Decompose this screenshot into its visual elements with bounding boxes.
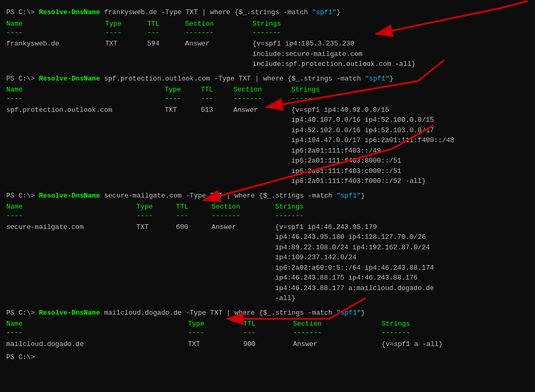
matchval-4: "spf1" <box>336 309 361 317</box>
div-name-2: ---- <box>6 94 165 105</box>
col-ttl-2: TTL <box>201 86 233 94</box>
prompt-1: PS C:\> <box>6 8 39 16</box>
div-type-1: ---- <box>105 28 147 39</box>
cell-ttl-1: 594 <box>147 39 185 70</box>
col-strings-4: Strings <box>381 320 529 328</box>
closebrace-4: } <box>361 309 365 317</box>
cmdname-3: Resolve-DnsName <box>39 192 100 200</box>
div-name-1: ---- <box>6 28 105 39</box>
col-ttl-1: TTL <box>147 20 185 28</box>
cell-strings-1: {v=spf1 ip4:185.3.235.230 include:secure… <box>252 39 529 70</box>
command-line-1: PS C:\> Resolve-DnsName frankysweb.de -T… <box>6 7 529 18</box>
col-name-4: Name <box>6 320 188 328</box>
col-section-3: Section <box>212 203 275 211</box>
col-strings-2: Strings <box>292 86 529 94</box>
col-strings-3: Strings <box>275 203 529 211</box>
col-section-2: Section <box>234 86 292 94</box>
col-type-2: Type <box>165 86 201 94</box>
col-type-3: Type <box>136 203 176 211</box>
prompt-3: PS C:\> <box>6 192 39 200</box>
domain-2: spf.protection.outlook.com <box>100 75 214 83</box>
div-section-2: ------- <box>234 94 292 105</box>
div-type-2: ---- <box>165 94 201 105</box>
cell-name-2: spf.protection.outlook.com <box>6 105 165 187</box>
cell-type-3: TXT <box>136 222 176 304</box>
cmdname-2: Resolve-DnsName <box>39 75 100 83</box>
table-row: secure-mailgate.com TXT 600 Answer {v=sp… <box>6 222 529 304</box>
prompt-4: PS C:\> <box>6 309 39 317</box>
cell-type-1: TXT <box>105 39 147 70</box>
cell-name-1: frankysweb.de <box>6 39 105 70</box>
cell-name-3: secure-mailgate.com <box>6 222 136 304</box>
cell-ttl-2: 513 <box>201 105 233 187</box>
command-line-2: PS C:\> Resolve-DnsName spf.protection.o… <box>6 74 529 84</box>
closebrace-3: } <box>361 192 365 200</box>
domain-1: frankysweb.de <box>100 8 161 16</box>
div-name-4: ---- <box>6 328 188 339</box>
div-strings-3: ------- <box>275 211 529 222</box>
command-line-3: PS C:\> Resolve-DnsName secure-mailgate.… <box>6 191 529 201</box>
div-type-4: ---- <box>188 328 243 339</box>
div-strings-1: ------- <box>252 28 529 39</box>
div-strings-4: ------- <box>381 328 529 339</box>
cell-section-4: Answer <box>293 339 381 350</box>
final-prompt: PS C:\> <box>6 353 529 361</box>
cell-type-2: TXT <box>165 105 201 187</box>
div-type-3: ---- <box>136 211 176 222</box>
cell-strings-3: {v=spf1 ip4:46.243.95.179 ip4:46.243.95.… <box>275 222 529 304</box>
flags-2: -Type TXT | where {$_.strings -match <box>214 75 365 83</box>
cmdname-1: Resolve-DnsName <box>39 8 100 16</box>
cell-section-3: Answer <box>212 222 275 304</box>
cell-section-1: Answer <box>185 39 252 70</box>
result-table-3: Name Type TTL Section Strings ---- ---- … <box>6 203 529 304</box>
matchval-3: "spf1" <box>336 192 361 200</box>
col-strings-1: Strings <box>252 20 529 28</box>
div-ttl-1: --- <box>147 28 185 39</box>
flags-1: -Type TXT | where {$_.strings -match <box>161 8 312 16</box>
col-type-1: Type <box>105 20 147 28</box>
cell-ttl-3: 600 <box>176 222 212 304</box>
col-section-1: Section <box>185 20 252 28</box>
cell-strings-2: {v=spf1 ip4:40.92.0.0/15 ip4:40.107.0.0/… <box>292 105 529 187</box>
cell-ttl-4: 900 <box>243 339 293 350</box>
div-section-1: ------- <box>185 28 252 39</box>
result-table-1: Name Type TTL Section Strings ---- ---- … <box>6 20 529 70</box>
col-name-3: Name <box>6 203 136 211</box>
closebrace-1: } <box>336 8 341 16</box>
cell-section-2: Answer <box>234 105 292 187</box>
domain-4: mailcloud.dogado.de <box>100 309 185 317</box>
col-ttl-4: TTL <box>243 320 293 328</box>
command-line-4: PS C:\> Resolve-DnsName mailcloud.dogado… <box>6 308 529 318</box>
result-table-4: Name Type TTL Section Strings ---- ---- … <box>6 320 529 349</box>
matchval-1: "spf1" <box>312 8 336 16</box>
col-section-4: Section <box>293 320 381 328</box>
terminal-window: PS C:\> Resolve-DnsName frankysweb.de -T… <box>0 0 535 365</box>
flags-3: -Type TXT | where {$_.strings -match <box>185 192 336 200</box>
result-table-2: Name Type TTL Section Strings ---- ---- … <box>6 86 529 187</box>
cell-type-4: TXT <box>188 339 243 350</box>
cell-strings-4: {v=spf1 a -all} <box>381 339 529 350</box>
table-row: mailcloud.dogado.de TXT 900 Answer {v=sp… <box>6 339 529 350</box>
closebrace-2: } <box>389 75 393 83</box>
col-name-2: Name <box>6 86 165 94</box>
div-section-4: ------- <box>293 328 381 339</box>
div-ttl-3: --- <box>176 211 212 222</box>
div-section-3: ------- <box>212 211 275 222</box>
div-strings-2: ------- <box>292 94 529 105</box>
div-ttl-4: --- <box>243 328 293 339</box>
flags-4: -Type TXT | where {$_.strings -match <box>185 309 336 317</box>
col-ttl-3: TTL <box>176 203 212 211</box>
matchval-2: "spf1" <box>365 75 390 83</box>
div-ttl-2: --- <box>201 94 233 105</box>
cell-name-4: mailcloud.dogado.de <box>6 339 188 350</box>
table-row: frankysweb.de TXT 594 Answer {v=spf1 ip4… <box>6 39 529 70</box>
domain-3: secure-mailgate.com <box>100 192 185 200</box>
col-type-4: Type <box>188 320 243 328</box>
col-name-1: Name <box>6 20 105 28</box>
prompt-2: PS C:\> <box>6 75 39 83</box>
table-row: spf.protection.outlook.com TXT 513 Answe… <box>6 105 529 187</box>
cmdname-4: Resolve-DnsName <box>39 309 100 317</box>
div-name-3: ---- <box>6 211 136 222</box>
